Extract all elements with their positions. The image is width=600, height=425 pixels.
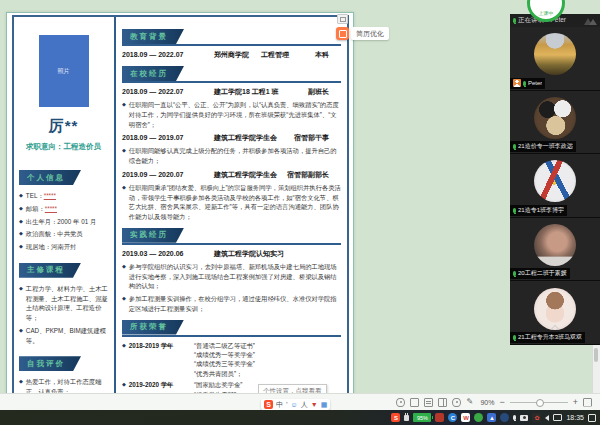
action-center-icon[interactable]	[588, 414, 596, 422]
meeting-app-logo-icon	[584, 17, 597, 25]
participant-name-bar: 21造专1班李博宇	[510, 205, 567, 216]
voice-input-icon[interactable]: 人	[301, 400, 308, 409]
wps-tray-icon[interactable]: W	[461, 413, 470, 422]
green-app-icon[interactable]	[474, 413, 483, 422]
zoom-in-button[interactable]: +	[573, 398, 578, 407]
desktop: 照片 厉** 求职意向：工程造价员 个人信息 ◆TEL：***** ◆邮箱：**…	[0, 0, 600, 425]
list-item: ◆热爱工作，对待工作态度端正，认真负责；	[19, 377, 108, 394]
avatar	[534, 224, 576, 266]
compass-app-icon[interactable]: C	[448, 413, 457, 422]
section-honors: 所获荣誉	[122, 317, 341, 337]
meeting-panel: 正在讲话：Peter Peter 21造价专一班李政远 21	[510, 14, 600, 345]
resume-optimize-label: 简历优化	[351, 27, 389, 40]
campus-entry-desc: ◆任职期间秉承“团结友爱、积极向上”的宗旨服务同学，策划组织并执行各类活动，带领…	[122, 183, 341, 222]
zoom-slider-handle[interactable]	[536, 399, 544, 407]
participant-tile[interactable]: 20工程二班于素媛	[510, 218, 600, 282]
resume-optimize-button[interactable]: 简历优化	[336, 27, 389, 40]
diamond-bullet-icon: ◆	[19, 191, 23, 201]
edit-pen-icon[interactable]	[466, 398, 475, 407]
outline-view-icon[interactable]	[424, 398, 433, 407]
windows-taskbar: S 95% C W ▲ ✿ 18:35	[0, 410, 600, 425]
section-flag-courses: 主修课程	[19, 263, 81, 278]
courses-list: ◆工程力学、材料力学、土木工程测量、土木工程施工、混凝土结构设计原理、工程造价等…	[19, 284, 108, 346]
education-major: 工程管理	[261, 50, 289, 60]
participant-tile[interactable]: 21造价专一班李政远	[510, 91, 600, 155]
diamond-bullet-icon: ◆	[19, 229, 23, 239]
education-date: 2018.09 — 2022.07	[122, 51, 202, 58]
host-badge-icon	[513, 79, 521, 87]
list-item: ◆TEL：*****	[19, 191, 108, 201]
clock[interactable]: 18:35	[566, 414, 584, 421]
section-campus: 在校经历	[122, 63, 341, 83]
power-plug-icon[interactable]	[404, 415, 409, 421]
page-view-icon[interactable]	[410, 398, 419, 407]
scrollbar-thumb[interactable]	[594, 348, 598, 362]
diamond-bullet-icon: ◆	[122, 100, 126, 129]
resume-page: 照片 厉** 求职意向：工程造价员 个人信息 ◆TEL：***** ◆邮箱：**…	[6, 12, 354, 395]
skin-icon[interactable]: ▼	[311, 400, 318, 409]
education-degree: 本科	[315, 50, 329, 60]
section-flag-practice: 实践经历	[122, 228, 184, 243]
petal-suite-icon[interactable]: ✿	[532, 413, 541, 422]
sogou-tray-icon[interactable]: S	[391, 413, 400, 422]
emoji-icon[interactable]: ☺	[291, 400, 298, 409]
self-evaluation-list: ◆热爱工作，对待工作态度端正，认真负责； ◆学习成绩优异，在班级名列前茅，具有良…	[19, 377, 108, 394]
list-item: ◆出生年月：2000 年 01 月	[19, 217, 108, 227]
tray-microphone-icon[interactable]	[513, 415, 516, 420]
section-education: 教育背景	[122, 26, 341, 46]
campus-entry-heading: 2019.09 — 2020.07 建筑工程学院学生会 宿管部副部长	[122, 170, 341, 180]
diamond-bullet-icon: ◆	[122, 294, 126, 314]
resume-main-column: 教育背景 2018.09 — 2022.07 郑州商学院 工程管理 本科 在校经…	[116, 17, 347, 394]
input-mode-icon[interactable]: 中	[276, 400, 283, 409]
campus-entry-desc: ◆任职期间能够认真完成上级分配的任务，并积极参加各项活动，提升自己的综合能力；	[122, 146, 341, 166]
network-icon[interactable]	[553, 414, 562, 421]
section-flag-education: 教育背景	[122, 29, 184, 44]
vertical-scrollbar[interactable]	[592, 345, 600, 393]
read-layout-icon[interactable]	[438, 398, 447, 407]
list-item: ◆邮箱：*****	[19, 204, 108, 214]
resume-optimize-icon	[336, 27, 349, 40]
education-school: 郑州商学院	[214, 50, 249, 60]
photos-app-icon[interactable]: ▲	[487, 413, 496, 422]
honors-group: ◆2018-2019 学年 “普通话二级乙等证书” “成绩优秀一等奖学金” “成…	[122, 341, 341, 379]
list-item: ◆工程力学、材料力学、土木工程测量、土木工程施工、混凝土结构设计原理、工程造价等…	[19, 284, 108, 323]
section-practice: 实践经历	[122, 225, 341, 245]
diamond-bullet-icon: ◆	[122, 183, 126, 222]
dictionary-app-icon[interactable]	[435, 413, 444, 422]
web-layout-icon[interactable]	[452, 398, 461, 407]
punctuation-icon[interactable]: ’	[286, 400, 288, 409]
tray-camera-icon[interactable]	[520, 415, 528, 421]
participant-tile[interactable]: 21造专1班李博宇	[510, 154, 600, 218]
diamond-bullet-icon: ◆	[19, 242, 23, 252]
personal-info-list: ◆TEL：***** ◆邮箱：***** ◆出生年月：2000 年 01 月 ◆…	[19, 191, 108, 252]
diamond-bullet-icon: ◆	[122, 262, 126, 291]
volume-icon[interactable]	[545, 415, 549, 421]
avatar	[534, 97, 576, 139]
mic-icon	[523, 81, 526, 86]
sogou-logo-icon[interactable]: S	[264, 400, 273, 409]
battery-indicator[interactable]: 95%	[413, 413, 431, 422]
diamond-bullet-icon: ◆	[19, 377, 23, 394]
participant-tile[interactable]: 21工程专升本3班马双双	[510, 281, 600, 345]
eye-protection-icon[interactable]	[396, 398, 405, 407]
zoom-slider[interactable]	[510, 402, 568, 403]
section-flag-personal-info: 个人信息	[19, 170, 81, 185]
zoom-out-button[interactable]: −	[499, 398, 504, 407]
diamond-bullet-icon: ◆	[122, 341, 126, 379]
fullscreen-icon[interactable]	[583, 398, 592, 407]
zoom-percent[interactable]: 90%	[480, 399, 494, 406]
photo-label: 照片	[58, 67, 70, 76]
diamond-bullet-icon: ◆	[122, 146, 126, 166]
photo-placeholder: 照片	[39, 35, 89, 107]
diamond-bullet-icon: ◆	[19, 204, 23, 214]
resume-sidebar: 照片 厉** 求职意向：工程造价员 个人信息 ◆TEL：***** ◆邮箱：**…	[14, 17, 116, 394]
active-mic-icon	[513, 18, 516, 23]
participant-tile[interactable]: Peter	[510, 27, 600, 91]
participant-name-bar: 21工程专升本3班马双双	[510, 332, 585, 343]
print-preview-icon[interactable]	[337, 14, 348, 24]
browser-app-icon[interactable]	[500, 413, 509, 422]
education-row: 2018.09 — 2022.07 郑州商学院 工程管理 本科	[122, 50, 341, 60]
toolbox-grid-icon[interactable]: ▦	[321, 400, 328, 409]
mic-icon	[513, 335, 516, 340]
sogou-input-bar[interactable]: S 中 ’ ☺ 人 ▼ ▦	[261, 399, 330, 410]
